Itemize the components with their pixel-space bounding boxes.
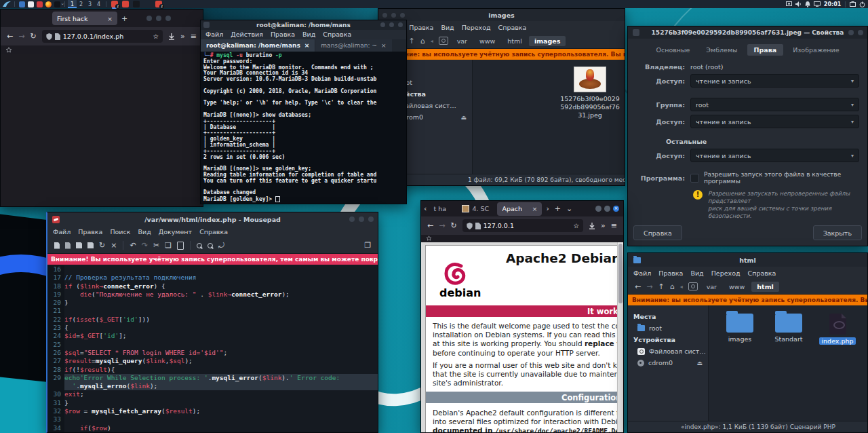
file-view[interactable]: imagesStandartindex.php bbox=[709, 305, 867, 421]
downloads-icon[interactable] bbox=[589, 223, 595, 229]
cut-icon[interactable]: ✂ bbox=[153, 241, 159, 250]
url-text[interactable]: 127.0.0.1 bbox=[484, 222, 574, 229]
close-button[interactable] bbox=[382, 13, 387, 18]
terminal-tab[interactable]: root@kaliman: /home/mans× bbox=[201, 39, 315, 52]
kali-logo-icon[interactable] bbox=[2, 1, 12, 7]
window-group-terminal[interactable] bbox=[133, 1, 140, 7]
revert-icon[interactable]: ↻ bbox=[99, 241, 105, 250]
forward-button[interactable]: → bbox=[439, 221, 445, 230]
permission-dropdown[interactable]: root▾ bbox=[690, 98, 859, 111]
title-bar[interactable]: images bbox=[378, 9, 625, 21]
minimize-button[interactable] bbox=[380, 22, 385, 27]
close-tab-icon[interactable]: × bbox=[107, 15, 113, 22]
menu-item[interactable]: Вид bbox=[138, 228, 151, 236]
launcher-firefox[interactable] bbox=[45, 1, 52, 7]
home-button[interactable]: ⌂ bbox=[670, 282, 675, 291]
menu-item[interactable]: Справка bbox=[498, 24, 527, 31]
menu-item[interactable]: Файл bbox=[633, 269, 651, 277]
list-tabs-icon[interactable]: ⌄ bbox=[566, 204, 572, 213]
sidebar-item-root[interactable]: root bbox=[628, 322, 708, 334]
maximize-button[interactable] bbox=[604, 206, 610, 212]
widget-icon[interactable] bbox=[850, 1, 856, 7]
close-button[interactable] bbox=[368, 216, 374, 222]
save-as-icon[interactable] bbox=[87, 242, 94, 248]
maximize-button[interactable] bbox=[156, 16, 161, 21]
notifications-bell-icon[interactable] bbox=[805, 1, 810, 7]
menu-item[interactable]: Поиск bbox=[110, 228, 130, 236]
scroll-tabs-right-icon[interactable]: › bbox=[546, 204, 549, 213]
window-group-firefox-2[interactable]: 2 bbox=[155, 1, 162, 7]
close-file-icon[interactable]: × bbox=[111, 241, 117, 250]
tab-first-hack[interactable]: t ha bbox=[431, 202, 456, 216]
breadcrumb-var[interactable]: var bbox=[701, 282, 722, 292]
up-button[interactable]: ↑ bbox=[408, 37, 414, 45]
scrollbar[interactable] bbox=[617, 242, 623, 432]
sidebar-item-Файловая сист…[interactable]: Файловая сист… bbox=[628, 345, 708, 357]
breadcrumb-var[interactable]: var bbox=[452, 36, 473, 46]
url-bar[interactable]: 127.0.0.1 ☆ bbox=[462, 219, 583, 232]
menu-item[interactable]: Действия bbox=[231, 31, 263, 38]
close-tab-icon[interactable]: × bbox=[381, 42, 387, 49]
forward-button[interactable]: → bbox=[18, 32, 24, 41]
breadcrumb-www[interactable]: www bbox=[724, 282, 750, 292]
menu-item[interactable]: Файл bbox=[205, 31, 223, 38]
open-file-icon[interactable] bbox=[65, 242, 71, 249]
dialog-tab-Права[interactable]: Права bbox=[747, 44, 784, 56]
app-menu-icon[interactable]: ≡ bbox=[611, 221, 617, 230]
downloads-icon[interactable] bbox=[168, 33, 175, 40]
copy-icon[interactable]: ❏ bbox=[165, 241, 172, 250]
window-group-firefox[interactable]: 2 bbox=[111, 1, 118, 7]
workspace-2[interactable]: 2 bbox=[77, 0, 85, 8]
undo-icon[interactable]: ↶ bbox=[130, 241, 136, 250]
web-page[interactable]: Apache2 Debian Default Page debian It wo… bbox=[421, 242, 623, 432]
breadcrumb-www[interactable]: www bbox=[474, 36, 500, 46]
menu-item[interactable]: Вид bbox=[690, 269, 703, 277]
import-bookmarks-icon[interactable] bbox=[426, 236, 432, 242]
tab-apache[interactable]: Apach × bbox=[497, 202, 542, 216]
title-bar[interactable]: html bbox=[628, 253, 867, 267]
menu-item[interactable]: Правка bbox=[271, 31, 295, 38]
close-button[interactable] bbox=[398, 22, 403, 27]
volume-icon[interactable] bbox=[795, 1, 802, 7]
new-tab-button[interactable]: + bbox=[555, 204, 561, 213]
file-view[interactable]: 15276b3f09e0029592db899056af7631.jpeg bbox=[473, 60, 625, 174]
dialog-tab-Основные[interactable]: Основные bbox=[649, 44, 696, 56]
close-tab-icon[interactable]: × bbox=[304, 42, 310, 49]
filesystem-crumb-icon[interactable] bbox=[688, 282, 698, 290]
screenshot-icon[interactable] bbox=[786, 1, 792, 7]
back-button[interactable]: ← bbox=[427, 221, 433, 230]
go-to-line-icon[interactable]: ⤾ bbox=[218, 241, 224, 250]
home-button[interactable]: ⌂ bbox=[420, 37, 425, 45]
forward-button[interactable]: → bbox=[646, 282, 652, 291]
permission-dropdown[interactable]: чтение и запись▾ bbox=[690, 115, 859, 128]
overflow-menu-icon[interactable]: » bbox=[601, 221, 606, 230]
launcher-mousepad[interactable] bbox=[37, 1, 43, 7]
menu-item[interactable]: Файл bbox=[53, 228, 71, 236]
import-bookmarks-icon[interactable] bbox=[5, 47, 12, 54]
menu-item[interactable]: Вид bbox=[302, 31, 315, 38]
terminal-output[interactable]: └─# mysql -u buratino -pEnter password: … bbox=[201, 52, 406, 204]
reload-button[interactable]: ↻ bbox=[450, 221, 456, 230]
up-button[interactable]: ↑ bbox=[658, 282, 664, 291]
url-text[interactable]: 127.0.0.1/index.ph bbox=[63, 33, 153, 40]
url-bar[interactable]: 127.0.0.1/index.ph ☆ bbox=[42, 30, 163, 43]
workspace-3[interactable]: 3 bbox=[85, 0, 94, 8]
close-dialog-button[interactable]: Закрыть bbox=[813, 225, 862, 240]
file-item-Standart[interactable]: Standart bbox=[764, 314, 813, 345]
bookmark-star-icon[interactable]: ☆ bbox=[153, 33, 159, 40]
title-bar[interactable]: /var/www/html/index.php - Mousepad bbox=[47, 212, 378, 226]
maximize-button[interactable] bbox=[400, 13, 405, 18]
maximize-button[interactable] bbox=[359, 216, 364, 222]
workspace-4[interactable]: 4 bbox=[94, 0, 103, 8]
menu-item[interactable]: Правка bbox=[658, 269, 683, 277]
dialog-tab-Изображение[interactable]: Изображение bbox=[786, 44, 846, 56]
sidebar-item-cdrom0[interactable]: cdrom0⏏ bbox=[628, 357, 708, 369]
new-tab-button[interactable]: + bbox=[121, 14, 127, 23]
minimize-button[interactable] bbox=[391, 13, 396, 18]
workspace-1[interactable]: 1 bbox=[68, 0, 77, 8]
menu-item[interactable]: Документ bbox=[159, 228, 192, 236]
launcher-text-editor[interactable] bbox=[28, 1, 34, 7]
clock[interactable]: 20:01 bbox=[824, 1, 841, 7]
minimize-button[interactable] bbox=[349, 216, 355, 222]
tab-first-hack[interactable]: First hack × bbox=[52, 12, 117, 25]
